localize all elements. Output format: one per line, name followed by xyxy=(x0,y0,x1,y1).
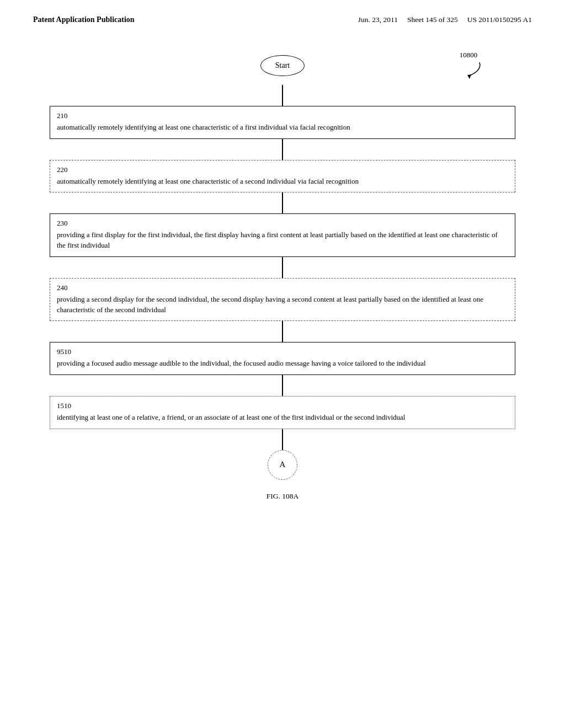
box-9510-number: 9510 xyxy=(57,347,508,357)
connector-line-1 xyxy=(282,85,283,106)
box-220-number: 220 xyxy=(57,165,508,175)
box-210-number: 210 xyxy=(57,111,508,121)
curved-arrow-icon xyxy=(452,60,485,79)
box-9510-text: providing a focused audio message audibl… xyxy=(57,358,508,369)
box-230-number: 230 xyxy=(57,218,508,229)
connector-line-3 xyxy=(282,192,283,213)
diagram-id-label: 10800 xyxy=(460,51,478,60)
box-210: 210 automatically remotely identifying a… xyxy=(50,106,515,139)
box-230: 230 providing a first display for the fi… xyxy=(50,213,515,257)
box-220-text: automatically remotely identifying at le… xyxy=(57,176,508,187)
header-sheet: Sheet 145 of 325 xyxy=(407,15,458,24)
main-content: Start 10800 210 automatically remotely i… xyxy=(0,30,565,523)
connector-line-2 xyxy=(282,139,283,160)
figure-caption: FIG. 108A xyxy=(266,492,299,501)
start-label: Start xyxy=(275,61,290,70)
box-240-number: 240 xyxy=(57,283,508,293)
box-240-text: providing a second display for the secon… xyxy=(57,295,508,315)
box-1510-number: 1510 xyxy=(57,401,508,411)
connector-line-4 xyxy=(282,257,283,278)
connector-line-6 xyxy=(282,375,283,396)
header-patent: US 2011/0150295 A1 xyxy=(467,15,532,24)
box-1510: 1510 identifying at least one of a relat… xyxy=(50,396,515,429)
box-210-text: automatically remotely identifying at le… xyxy=(57,122,508,133)
header-info: Jun. 23, 2011 Sheet 145 of 325 US 2011/0… xyxy=(358,15,532,24)
page-wrapper: Patent Application Publication Jun. 23, … xyxy=(0,0,565,523)
header-date: Jun. 23, 2011 xyxy=(358,15,398,24)
box-1510-text: identifying at least one of a relative, … xyxy=(57,413,508,423)
box-230-text: providing a first display for the first … xyxy=(57,230,508,251)
terminal-label: A xyxy=(280,460,286,469)
publication-label: Patent Application Publication xyxy=(33,15,135,24)
flowchart: Start 10800 210 automatically remotely i… xyxy=(50,46,515,501)
box-9510: 9510 providing a focused audio message a… xyxy=(50,342,515,375)
box-220: 220 automatically remotely identifying a… xyxy=(50,160,515,193)
svg-marker-0 xyxy=(467,74,471,79)
page-header: Patent Application Publication Jun. 23, … xyxy=(0,0,565,30)
connector-line-7 xyxy=(282,429,283,450)
figure-caption-text: FIG. 108A xyxy=(266,492,299,500)
box-240: 240 providing a second display for the s… xyxy=(50,278,515,322)
connector-line-5 xyxy=(282,321,283,342)
terminal-node: A xyxy=(268,450,297,480)
start-row: Start 10800 xyxy=(50,46,515,85)
start-node: Start xyxy=(260,55,305,76)
